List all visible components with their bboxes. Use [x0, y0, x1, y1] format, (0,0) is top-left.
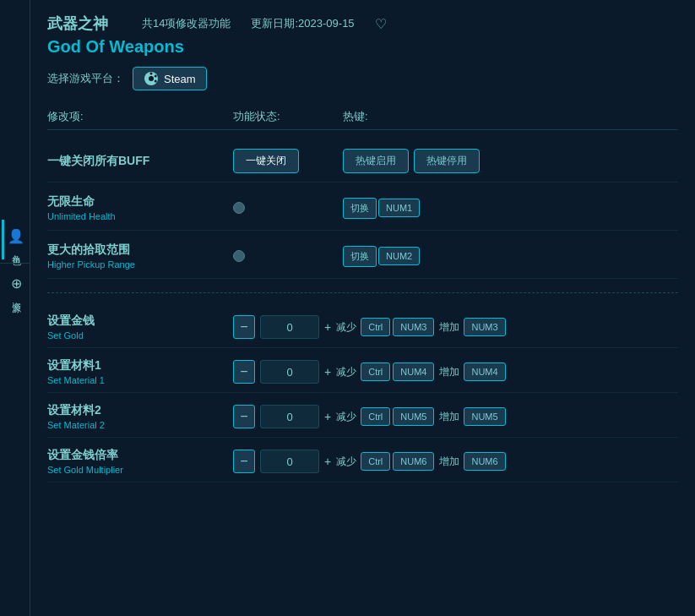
decrease-key[interactable]: NUM5 [393, 407, 434, 426]
one-key-hotkey-col: 热键启用 热键停用 [343, 149, 678, 173]
sidebar-label-resource: 资源 [10, 295, 23, 298]
header-meta: 共14项修改器功能 更新日期:2023-09-15 ♡ [142, 16, 387, 32]
one-key-close-button[interactable]: 一键关闭 [233, 149, 299, 173]
feature-hotkey-col: 切换 NUM1 [343, 198, 678, 219]
value-input[interactable] [260, 360, 319, 384]
meta-date: 更新日期:2023-09-15 [251, 16, 354, 31]
value-input[interactable] [260, 405, 319, 428]
resource-name-col: 设置金钱倍率 Set Gold Multiplier [47, 448, 233, 475]
sidebar-section-character[interactable]: 👤 角色 [2, 220, 28, 259]
platform-row: 选择游戏平台： Steam [47, 67, 678, 90]
decrease-key[interactable]: NUM6 [393, 452, 434, 471]
svg-point-4 [155, 80, 157, 83]
game-title-cn: 武器之神 [47, 14, 108, 34]
decrease-hotkey-group: 减少 Ctrl NUM5 [336, 407, 434, 426]
increase-hotkey-group: 增加 NUM3 [439, 318, 505, 336]
resource-name-col: 设置材料1 Set Material 1 [47, 358, 233, 385]
increase-key[interactable]: NUM3 [464, 318, 505, 336]
sidebar-section-resource[interactable]: ⊕ 资源 [4, 267, 26, 307]
decrease-label: 减少 [336, 410, 356, 424]
increase-hotkey-group: 增加 NUM4 [439, 363, 505, 381]
resource-name-col: 设置材料2 Set Material 2 [47, 403, 233, 430]
feature-name-col: 无限生命 Unlimited Health [47, 194, 233, 221]
one-key-name: 一键关闭所有BUFF [47, 154, 233, 169]
hotkey-disable-button[interactable]: 热键停用 [414, 149, 480, 173]
decrease-label: 减少 [336, 320, 356, 335]
decrement-button[interactable]: − [233, 315, 255, 339]
decrease-hotkey-group: 减少 Ctrl NUM4 [336, 363, 434, 381]
section-divider [47, 292, 678, 293]
resource-name-col: 设置金钱 Set Gold [47, 313, 233, 341]
plus-label: + [324, 410, 331, 423]
decrement-button[interactable]: − [233, 360, 255, 384]
decrease-mod-key[interactable]: Ctrl [361, 407, 390, 426]
feature-name-en: Higher Pickup Range [47, 259, 233, 270]
feature-name-en: Unlimited Health [47, 211, 233, 221]
meta-count: 共14项修改器功能 [142, 16, 231, 31]
column-headers: 修改项: 功能状态: 热键: [47, 104, 678, 130]
resource-feature-row: 设置金钱 Set Gold − + 减少 Ctrl NUM3 增加 NUM3 [47, 303, 678, 348]
decrease-mod-key[interactable]: Ctrl [361, 452, 390, 471]
sidebar-label-character: 角色 [10, 248, 23, 251]
resource-control-col: − + 减少 Ctrl NUM5 增加 NUM5 [233, 405, 678, 428]
platform-label: 选择游戏平台： [47, 71, 124, 86]
hotkey-toggle-label[interactable]: 切换 [343, 198, 377, 219]
col-header-hotkey: 热键: [343, 109, 678, 124]
resource-name-cn: 设置材料1 [47, 358, 233, 373]
decrease-mod-key[interactable]: Ctrl [361, 318, 390, 336]
increase-key[interactable]: NUM4 [464, 363, 505, 381]
decrease-mod-key[interactable]: Ctrl [361, 363, 390, 381]
sidebar: 👤 角色 ⊕ 资源 [0, 0, 30, 616]
col-header-status: 功能状态: [233, 109, 343, 124]
svg-point-3 [155, 75, 157, 78]
character-features-list: 无限生命 Unlimited Health 切换 NUM1 更大的拾取范围 Hi… [47, 183, 678, 279]
hotkey-key[interactable]: NUM1 [378, 199, 420, 217]
decrement-button[interactable]: − [233, 450, 255, 473]
feature-name-cn: 更大的拾取范围 [47, 243, 233, 258]
one-key-status-col: 一键关闭 [233, 149, 343, 173]
increase-label: 增加 [439, 410, 459, 424]
decrease-key[interactable]: NUM3 [393, 318, 434, 336]
decrease-hotkey-group: 减少 Ctrl NUM6 [336, 452, 434, 471]
feature-hotkey-col: 切换 NUM2 [343, 246, 678, 267]
decrease-label: 减少 [336, 455, 356, 469]
heart-icon[interactable]: ♡ [375, 16, 387, 32]
resource-control-col: − + 减少 Ctrl NUM6 增加 NUM6 [233, 450, 678, 473]
header: 武器之神 共14项修改器功能 更新日期:2023-09-15 ♡ God Of … [47, 14, 678, 57]
content-area: 武器之神 共14项修改器功能 更新日期:2023-09-15 ♡ God Of … [30, 0, 695, 616]
resource-name-en: Set Gold [47, 330, 233, 341]
increase-label: 增加 [439, 365, 459, 379]
resource-control-col: − + 减少 Ctrl NUM4 增加 NUM4 [233, 360, 678, 384]
resource-feature-row: 设置材料2 Set Material 2 − + 减少 Ctrl NUM5 增加… [47, 393, 678, 438]
hotkey-key[interactable]: NUM2 [378, 247, 420, 265]
value-input[interactable] [260, 450, 319, 473]
resource-name-cn: 设置材料2 [47, 403, 233, 418]
hotkey-enable-button[interactable]: 热键启用 [343, 149, 409, 173]
resource-icon: ⊕ [11, 275, 22, 292]
sidebar-divider [0, 263, 30, 264]
resource-feature-row: 设置金钱倍率 Set Gold Multiplier − + 减少 Ctrl N… [47, 438, 678, 482]
resource-control-col: − + 减少 Ctrl NUM3 增加 NUM3 [233, 315, 678, 339]
value-input[interactable] [260, 315, 319, 339]
toggle-circle[interactable] [233, 250, 245, 262]
decrease-key[interactable]: NUM4 [393, 363, 434, 381]
increase-key[interactable]: NUM6 [464, 452, 505, 471]
decrease-label: 减少 [336, 365, 356, 379]
feature-name-col: 更大的拾取范围 Higher Pickup Range [47, 243, 233, 270]
svg-point-1 [149, 76, 154, 81]
resource-name-en: Set Material 2 [47, 420, 233, 430]
feature-name-cn: 无限生命 [47, 194, 233, 210]
platform-steam-button[interactable]: Steam [133, 67, 207, 90]
one-key-name-col: 一键关闭所有BUFF [47, 154, 233, 169]
hotkey-toggle-label[interactable]: 切换 [343, 246, 377, 267]
resource-name-cn: 设置金钱倍率 [47, 448, 233, 463]
feature-status-col [233, 202, 343, 214]
toggle-circle[interactable] [233, 202, 245, 214]
character-feature-row: 无限生命 Unlimited Health 切换 NUM1 [47, 183, 678, 231]
resource-features-list: 设置金钱 Set Gold − + 减少 Ctrl NUM3 增加 NUM3 设… [47, 303, 678, 482]
decrement-button[interactable]: − [233, 405, 255, 428]
plus-label: + [324, 365, 331, 379]
increase-key[interactable]: NUM5 [464, 407, 505, 426]
decrease-hotkey-group: 减少 Ctrl NUM3 [336, 318, 434, 336]
hotkey-group: 切换 NUM1 [343, 198, 420, 219]
